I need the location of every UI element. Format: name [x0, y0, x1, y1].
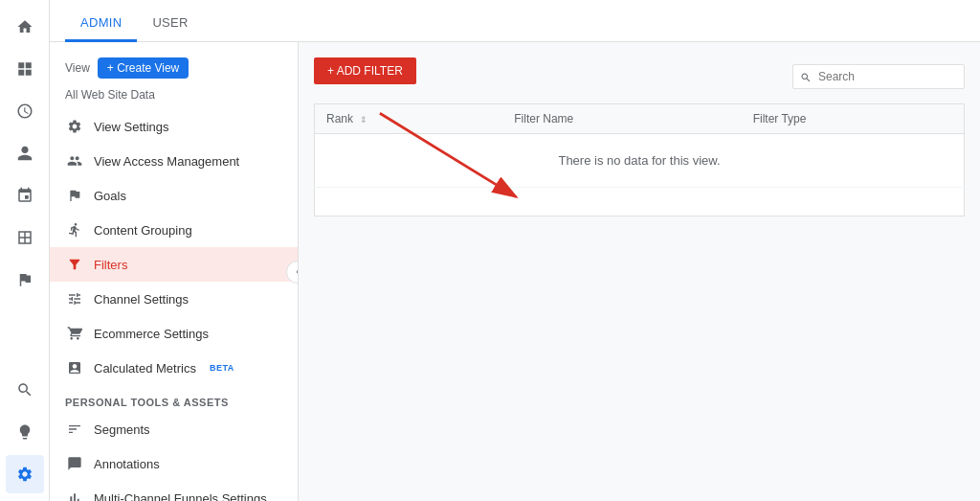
icon-bar-clock[interactable] — [6, 92, 44, 130]
personal-tools-label: PERSONAL TOOLS & ASSETS — [50, 385, 298, 412]
mcf-icon — [65, 489, 84, 501]
icon-bar-bottom — [6, 371, 44, 501]
icon-bar-table[interactable] — [6, 218, 44, 257]
tab-admin[interactable]: ADMIN — [65, 6, 137, 42]
sidebar-item-mcf[interactable]: Multi-Channel Funnels Settings — [50, 481, 298, 501]
all-web-label: All Web Site Data — [50, 86, 298, 109]
segments-icon — [65, 420, 84, 439]
body-area: View + Create View All Web Site Data Vie… — [50, 42, 980, 501]
icon-bar — [0, 0, 50, 501]
view-access-icon — [65, 151, 84, 171]
icon-bar-network[interactable] — [6, 176, 44, 215]
sort-arrows-rank: ⇕ — [360, 115, 368, 125]
sidebar-item-ecommerce[interactable]: Ecommerce Settings — [50, 316, 298, 351]
goals-icon — [65, 186, 84, 205]
search-wrapper — [792, 64, 965, 89]
calculated-metrics-icon — [65, 358, 84, 377]
sidebar-item-content-grouping[interactable]: Content Grouping — [50, 213, 298, 247]
sidebar-item-channel-settings[interactable]: Channel Settings — [50, 282, 298, 316]
create-view-button[interactable]: + Create View — [98, 57, 189, 79]
view-settings-label: View Settings — [94, 120, 169, 134]
no-data-row: There is no data for this view. — [315, 134, 965, 188]
icon-bar-lightbulb[interactable] — [6, 413, 44, 451]
channel-settings-label: Channel Settings — [94, 292, 189, 307]
mcf-label: Multi-Channel Funnels Settings — [94, 491, 267, 502]
tab-user[interactable]: USER — [137, 6, 203, 42]
sidebar-item-calculated-metrics[interactable]: Calculated Metrics BETA — [50, 351, 298, 385]
view-label: View — [65, 61, 90, 75]
view-access-label: View Access Management — [94, 154, 239, 169]
content-area: + ADD FILTER Rank ⇕ — [299, 42, 980, 501]
segments-label: Segments — [94, 422, 150, 437]
annotations-label: Annotations — [94, 457, 160, 471]
main-area: ADMIN USER View + Create View All Web Si… — [50, 0, 980, 501]
col-rank[interactable]: Rank ⇕ — [315, 104, 503, 134]
sidebar-item-filters[interactable]: Filters — [50, 247, 298, 282]
calculated-metrics-label: Calculated Metrics — [94, 361, 196, 376]
table-wrapper: Rank ⇕ Filter Name Filter Type — [314, 103, 965, 216]
col-filter-name: Filter Name — [502, 104, 741, 134]
sidebar-item-view-access[interactable]: View Access Management — [50, 144, 298, 178]
icon-bar-person[interactable] — [6, 134, 44, 172]
add-filter-button[interactable]: + ADD FILTER — [314, 57, 416, 84]
content-grouping-icon — [65, 220, 84, 239]
col-filter-type: Filter Type — [742, 104, 965, 134]
empty-row — [315, 188, 965, 216]
content-grouping-label: Content Grouping — [94, 223, 192, 238]
annotations-icon — [65, 454, 84, 473]
calculated-metrics-beta: BETA — [210, 363, 234, 373]
filters-table: Rank ⇕ Filter Name Filter Type — [314, 103, 965, 216]
icon-bar-search[interactable] — [6, 371, 44, 409]
goals-label: Goals — [94, 189, 126, 203]
sidebar: View + Create View All Web Site Data Vie… — [50, 42, 299, 501]
sidebar-item-goals[interactable]: Goals — [50, 178, 298, 213]
no-data-message: There is no data for this view. — [315, 134, 965, 188]
view-settings-icon — [65, 117, 84, 136]
sidebar-item-view-settings[interactable]: View Settings — [50, 109, 298, 144]
filter-header-row: + ADD FILTER — [314, 57, 965, 96]
sidebar-item-segments[interactable]: Segments — [50, 412, 298, 446]
filters-icon — [65, 255, 84, 274]
icon-bar-settings[interactable] — [6, 455, 44, 493]
ecommerce-icon — [65, 324, 84, 343]
channel-settings-icon — [65, 289, 84, 308]
search-icon — [800, 70, 812, 83]
sidebar-view-row: View + Create View — [50, 54, 298, 86]
top-tabs: ADMIN USER — [50, 0, 980, 42]
filters-label: Filters — [94, 258, 127, 272]
icon-bar-dashboard[interactable] — [6, 50, 44, 88]
search-input[interactable] — [792, 64, 965, 89]
ecommerce-label: Ecommerce Settings — [94, 327, 209, 341]
icon-bar-flag[interactable] — [6, 261, 44, 299]
sidebar-item-annotations[interactable]: Annotations — [50, 446, 298, 481]
icon-bar-home[interactable] — [6, 8, 44, 46]
